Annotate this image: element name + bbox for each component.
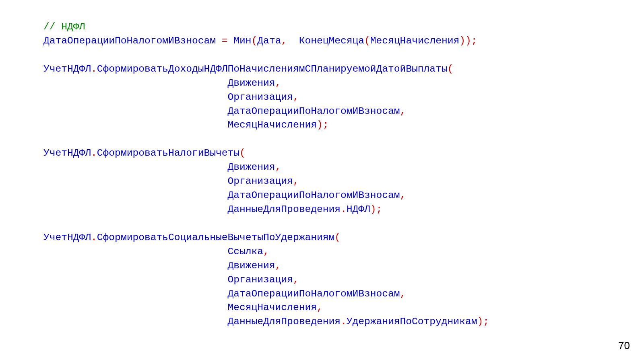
code-token: , [275,78,281,88]
code-token: . [91,148,97,158]
code-block: // НДФЛ ДатаОперацииПоНалогомИВзносам = … [0,0,644,329]
code-token: , [400,106,406,117]
code-token: МесяцНачисления [228,302,317,313]
code-token: КонецМесяца [299,35,364,46]
code-token: , [275,162,281,173]
code-token: . [91,64,97,74]
code-token: СформироватьНалогиВычеты [97,148,239,158]
code-token: ( [252,35,258,46]
code-token: ( [334,232,341,243]
code-token: Организация [228,176,293,187]
code-token: СформироватьДоходыНДФЛПоНачислениямСПлан… [97,64,448,74]
code-token: Движения [228,78,275,88]
code-token: УчетНДФЛ [43,64,91,74]
code-token: ( [239,148,246,158]
code-token: ДатаОперацииПоНалогомИВзносам [228,190,400,201]
code-token: // НДФЛ [43,21,85,32]
code-token: Организация [228,274,293,285]
code-token: , [293,92,299,103]
code-token: УдержанияПоСотрудникам [347,316,477,327]
code-token: МесяцНачисления [228,119,317,130]
code-token: ); [317,119,329,130]
code-token: . [341,316,347,327]
code-token: ( [448,64,454,74]
code-token: ДатаОперацииПоНалогомИВзносам [43,35,216,46]
code-token: НДФЛ [347,204,370,215]
code-token: УчетНДФЛ [43,148,91,158]
code-token: = [222,35,228,46]
code-token: , [400,190,406,201]
code-token: Мин [233,35,251,46]
code-token: Дата [257,35,281,46]
code-token: , [400,288,406,299]
code-token: ДанныеДляПроведения [228,316,341,327]
code-token: , [317,302,323,313]
code-token: . [91,232,97,243]
code-token: ); [370,204,382,215]
code-token: Движения [228,260,275,271]
code-token: , [293,176,299,187]
code-token: ( [364,35,370,46]
code-token: УчетНДФЛ [43,232,91,243]
code-token: , [263,246,269,257]
code-token: , [275,260,281,271]
code-token: МесяцНачисления [370,35,459,46]
code-token: )); [459,35,477,46]
code-token: , [281,35,287,46]
code-token: Организация [228,92,293,103]
code-token: Движения [228,162,275,173]
code-token: ); [477,316,489,327]
code-token: Ссылка [228,246,264,257]
code-token: , [293,274,299,285]
code-token: ДатаОперацииПоНалогомИВзносам [228,106,400,117]
code-token: . [341,204,347,215]
page-number: 70 [618,339,630,352]
code-token: ДатаОперацииПоНалогомИВзносам [228,288,400,299]
code-token: ДанныеДляПроведения [228,204,341,215]
code-token: СформироватьСоциальныеВычетыПоУдержаниям [97,232,334,243]
